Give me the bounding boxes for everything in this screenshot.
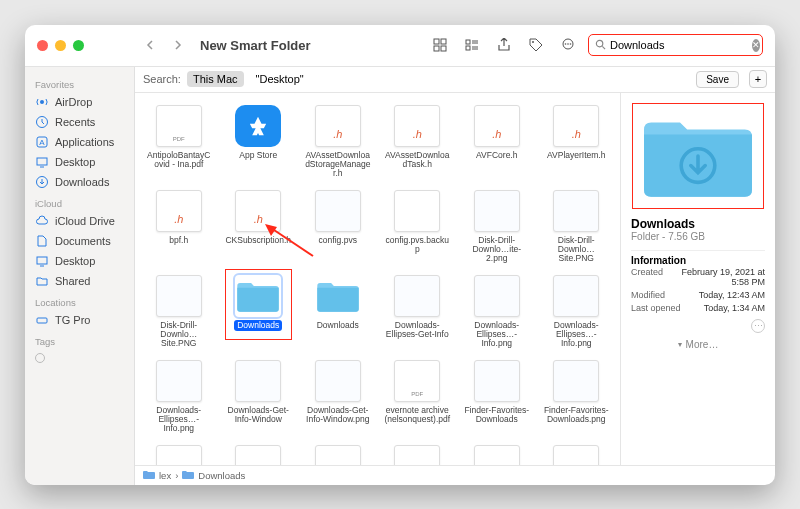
file-item[interactable]: .hAVAssetDownloadStorageManager.h xyxy=(298,101,378,184)
sidebar-item-desktop[interactable]: Desktop xyxy=(25,152,134,172)
file-item[interactable]: .hAVAssetDownloadTask.h xyxy=(378,101,458,184)
close-window-button[interactable] xyxy=(37,40,48,51)
file-thumbnail: .h xyxy=(235,190,281,232)
file-item[interactable]: .hx.h xyxy=(537,441,617,465)
view-icons-button[interactable] xyxy=(428,34,452,56)
svg-point-10 xyxy=(532,41,534,43)
sidebar-item-downloads[interactable]: Downloads xyxy=(25,172,134,192)
file-name: AVFCore.h xyxy=(473,150,520,161)
file-name: CKSubscription.h xyxy=(222,235,294,246)
file-item[interactable]: .hx.h xyxy=(219,441,299,465)
results-grid[interactable]: AntipoloBantayCovid - Ina.pdfApp Store.h… xyxy=(135,93,620,465)
path-bar[interactable]: lex › Downloads xyxy=(135,465,775,485)
more-button[interactable]: ▾More… xyxy=(678,339,719,350)
file-item[interactable]: Downloads-Ellipses…-Info.png xyxy=(457,271,537,354)
file-item[interactable]: Downloads-Ellipses-Get-Info xyxy=(378,271,458,354)
group-button[interactable] xyxy=(460,34,484,56)
file-item[interactable]: Disk-Drill-Downlo…ite-2.png xyxy=(457,186,537,269)
file-thumbnail xyxy=(235,105,281,147)
tags-button[interactable] xyxy=(524,34,548,56)
svg-rect-21 xyxy=(37,158,47,165)
info-key: Last opened xyxy=(631,303,681,313)
sidebar-item-tg-pro[interactable]: TG Pro xyxy=(25,310,134,330)
scope-this-mac[interactable]: This Mac xyxy=(187,71,244,87)
sidebar-heading: Tags xyxy=(25,330,134,349)
path-segment[interactable]: lex xyxy=(159,470,171,481)
file-item[interactable]: AntipoloBantayCovid - Ina.pdf xyxy=(139,101,219,184)
file-item[interactable]: Downloads-Get-Info-Window.png xyxy=(298,356,378,439)
back-button[interactable] xyxy=(140,35,160,55)
file-name: Downloads-Ellipses…-Info.png xyxy=(460,320,534,350)
search-scope-bar: Search: This Mac "Desktop" Save + xyxy=(135,67,775,93)
file-item[interactable]: .hAVFCore.h xyxy=(457,101,537,184)
sidebar-item-icloud-drive[interactable]: iCloud Drive xyxy=(25,211,134,231)
sidebar-item-airdrop[interactable]: AirDrop xyxy=(25,92,134,112)
file-item[interactable]: Downloads-Get-Info-Window xyxy=(219,356,299,439)
search-input[interactable] xyxy=(610,39,748,51)
file-name: config.pvs.backup xyxy=(380,235,454,256)
desktop-icon xyxy=(35,254,49,268)
path-segment[interactable]: Downloads xyxy=(198,470,245,481)
file-item[interactable]: .hCKSubscription.h xyxy=(219,186,299,269)
file-item[interactable]: .hx.h xyxy=(457,441,537,465)
minimize-window-button[interactable] xyxy=(55,40,66,51)
zoom-window-button[interactable] xyxy=(73,40,84,51)
forward-button[interactable] xyxy=(168,35,188,55)
file-item[interactable]: .hAVPlayerItem.h xyxy=(537,101,617,184)
file-item[interactable]: App Store xyxy=(219,101,299,184)
file-item[interactable]: Downloads-Ellipses…-Info.png xyxy=(139,356,219,439)
search-field-container[interactable]: ✕ xyxy=(588,34,763,56)
svg-rect-5 xyxy=(466,46,470,50)
file-item[interactable]: Finder-Favorites-Downloads.png xyxy=(537,356,617,439)
file-name: Downloads xyxy=(314,320,362,331)
file-name: Downloads-Ellipses…-Info.png xyxy=(142,405,216,435)
file-item[interactable]: Disk-Drill-Downlo…Site.PNG xyxy=(139,271,219,354)
edit-tags-icon[interactable]: ⋯ xyxy=(751,319,765,333)
preview-thumbnail-highlight xyxy=(632,103,764,209)
file-item[interactable]: Downloads-Ellipses…-Info.png xyxy=(537,271,617,354)
file-item[interactable]: Finder-Favorites-Downloads xyxy=(457,356,537,439)
scope-desktop[interactable]: "Desktop" xyxy=(250,71,310,87)
file-item[interactable]: .hx.h xyxy=(139,441,219,465)
svg-point-14 xyxy=(570,43,572,45)
file-thumbnail xyxy=(474,360,520,402)
file-item[interactable]: evernote archive (nelsonquest).pdf xyxy=(378,356,458,439)
preview-kind-size: Folder - 7.56 GB xyxy=(631,231,705,242)
add-criteria-button[interactable]: + xyxy=(749,70,767,88)
sidebar-item-applications[interactable]: AApplications xyxy=(25,132,134,152)
sidebar-item-shared[interactable]: Shared xyxy=(25,271,134,291)
file-item[interactable]: Disk-Drill-Downlo…Site.PNG xyxy=(537,186,617,269)
file-name: AVAssetDownloadStorageManager.h xyxy=(301,150,375,180)
clear-search-button[interactable]: ✕ xyxy=(752,39,760,52)
airdrop-icon xyxy=(35,95,49,109)
preview-info-label: Information xyxy=(631,250,765,266)
save-search-button[interactable]: Save xyxy=(696,71,739,88)
sidebar-item-label: Documents xyxy=(55,235,111,247)
info-row: ModifiedToday, 12:43 AM xyxy=(631,289,765,302)
file-item[interactable]: .hbpf.h xyxy=(139,186,219,269)
file-thumbnail: .h xyxy=(235,445,281,465)
file-name: Disk-Drill-Downlo…ite-2.png xyxy=(460,235,534,265)
file-item[interactable]: config.pvs.backup xyxy=(378,186,458,269)
folder-icon xyxy=(182,470,194,480)
file-thumbnail xyxy=(156,105,202,147)
shared-icon xyxy=(35,274,49,288)
file-name: Finder-Favorites-Downloads.png xyxy=(539,405,613,426)
file-item[interactable]: Downloads xyxy=(298,271,378,354)
file-item[interactable]: config.pvs xyxy=(298,186,378,269)
tag-dot[interactable] xyxy=(35,353,45,363)
sidebar-item-documents[interactable]: Documents xyxy=(25,231,134,251)
file-thumbnail xyxy=(553,275,599,317)
action-button[interactable] xyxy=(556,34,580,56)
svg-rect-0 xyxy=(434,39,439,44)
svg-rect-26 xyxy=(37,318,47,323)
file-item[interactable]: Downloads xyxy=(219,271,299,354)
file-item[interactable]: .hx.h xyxy=(378,441,458,465)
file-name: Downloads-Ellipses-Get-Info xyxy=(380,320,454,341)
file-thumbnail xyxy=(235,360,281,402)
sidebar-item-desktop[interactable]: Desktop xyxy=(25,251,134,271)
sidebar-item-recents[interactable]: Recents xyxy=(25,112,134,132)
sidebar-item-label: Recents xyxy=(55,116,95,128)
file-item[interactable]: .hx.h xyxy=(298,441,378,465)
share-button[interactable] xyxy=(492,34,516,56)
